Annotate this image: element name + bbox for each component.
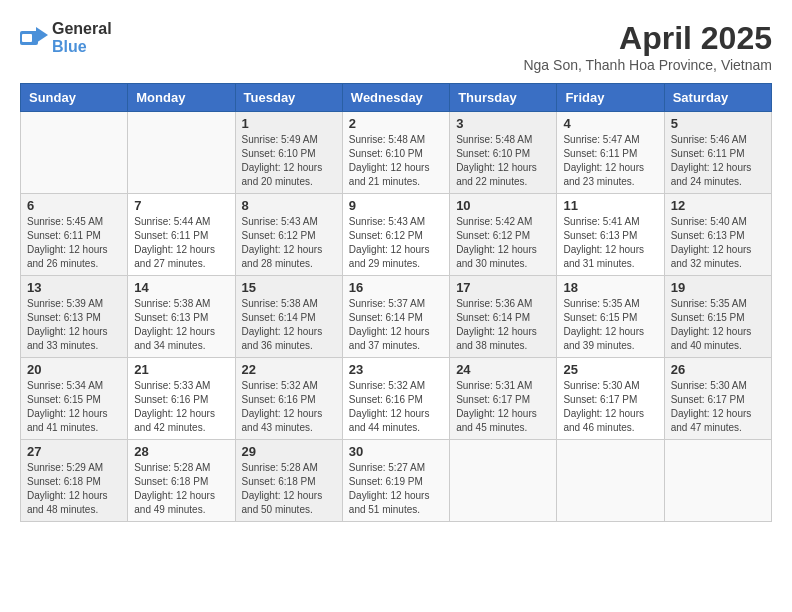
day-number: 3 — [456, 116, 550, 131]
calendar-header-thursday: Thursday — [450, 84, 557, 112]
calendar-cell: 1Sunrise: 5:49 AM Sunset: 6:10 PM Daylig… — [235, 112, 342, 194]
logo-text: General Blue — [52, 20, 112, 56]
day-info: Sunrise: 5:28 AM Sunset: 6:18 PM Dayligh… — [134, 461, 228, 517]
calendar-cell: 4Sunrise: 5:47 AM Sunset: 6:11 PM Daylig… — [557, 112, 664, 194]
calendar-cell: 12Sunrise: 5:40 AM Sunset: 6:13 PM Dayli… — [664, 194, 771, 276]
calendar-cell — [450, 440, 557, 522]
day-number: 11 — [563, 198, 657, 213]
day-number: 9 — [349, 198, 443, 213]
day-number: 28 — [134, 444, 228, 459]
day-info: Sunrise: 5:48 AM Sunset: 6:10 PM Dayligh… — [349, 133, 443, 189]
day-number: 10 — [456, 198, 550, 213]
svg-rect-2 — [22, 34, 32, 42]
day-number: 30 — [349, 444, 443, 459]
day-number: 12 — [671, 198, 765, 213]
day-number: 17 — [456, 280, 550, 295]
day-number: 18 — [563, 280, 657, 295]
calendar-cell: 27Sunrise: 5:29 AM Sunset: 6:18 PM Dayli… — [21, 440, 128, 522]
day-info: Sunrise: 5:38 AM Sunset: 6:13 PM Dayligh… — [134, 297, 228, 353]
day-info: Sunrise: 5:39 AM Sunset: 6:13 PM Dayligh… — [27, 297, 121, 353]
day-info: Sunrise: 5:34 AM Sunset: 6:15 PM Dayligh… — [27, 379, 121, 435]
day-info: Sunrise: 5:32 AM Sunset: 6:16 PM Dayligh… — [349, 379, 443, 435]
calendar-table: SundayMondayTuesdayWednesdayThursdayFrid… — [20, 83, 772, 522]
day-number: 6 — [27, 198, 121, 213]
calendar-cell: 15Sunrise: 5:38 AM Sunset: 6:14 PM Dayli… — [235, 276, 342, 358]
calendar-cell: 26Sunrise: 5:30 AM Sunset: 6:17 PM Dayli… — [664, 358, 771, 440]
day-info: Sunrise: 5:28 AM Sunset: 6:18 PM Dayligh… — [242, 461, 336, 517]
day-number: 20 — [27, 362, 121, 377]
calendar-cell: 18Sunrise: 5:35 AM Sunset: 6:15 PM Dayli… — [557, 276, 664, 358]
day-info: Sunrise: 5:30 AM Sunset: 6:17 PM Dayligh… — [671, 379, 765, 435]
day-info: Sunrise: 5:46 AM Sunset: 6:11 PM Dayligh… — [671, 133, 765, 189]
day-info: Sunrise: 5:41 AM Sunset: 6:13 PM Dayligh… — [563, 215, 657, 271]
day-info: Sunrise: 5:29 AM Sunset: 6:18 PM Dayligh… — [27, 461, 121, 517]
logo: General Blue — [20, 20, 112, 56]
calendar-cell: 20Sunrise: 5:34 AM Sunset: 6:15 PM Dayli… — [21, 358, 128, 440]
day-number: 2 — [349, 116, 443, 131]
day-info: Sunrise: 5:44 AM Sunset: 6:11 PM Dayligh… — [134, 215, 228, 271]
day-number: 13 — [27, 280, 121, 295]
day-number: 24 — [456, 362, 550, 377]
day-info: Sunrise: 5:40 AM Sunset: 6:13 PM Dayligh… — [671, 215, 765, 271]
day-info: Sunrise: 5:31 AM Sunset: 6:17 PM Dayligh… — [456, 379, 550, 435]
day-number: 19 — [671, 280, 765, 295]
calendar-cell: 24Sunrise: 5:31 AM Sunset: 6:17 PM Dayli… — [450, 358, 557, 440]
svg-marker-1 — [36, 27, 48, 43]
day-info: Sunrise: 5:32 AM Sunset: 6:16 PM Dayligh… — [242, 379, 336, 435]
calendar-week-row: 1Sunrise: 5:49 AM Sunset: 6:10 PM Daylig… — [21, 112, 772, 194]
day-number: 25 — [563, 362, 657, 377]
calendar-cell: 29Sunrise: 5:28 AM Sunset: 6:18 PM Dayli… — [235, 440, 342, 522]
day-info: Sunrise: 5:37 AM Sunset: 6:14 PM Dayligh… — [349, 297, 443, 353]
calendar-cell: 11Sunrise: 5:41 AM Sunset: 6:13 PM Dayli… — [557, 194, 664, 276]
day-number: 15 — [242, 280, 336, 295]
day-number: 14 — [134, 280, 228, 295]
day-number: 26 — [671, 362, 765, 377]
calendar-cell: 23Sunrise: 5:32 AM Sunset: 6:16 PM Dayli… — [342, 358, 449, 440]
day-info: Sunrise: 5:36 AM Sunset: 6:14 PM Dayligh… — [456, 297, 550, 353]
calendar-cell — [128, 112, 235, 194]
calendar-cell: 14Sunrise: 5:38 AM Sunset: 6:13 PM Dayli… — [128, 276, 235, 358]
title-area: April 2025 Nga Son, Thanh Hoa Province, … — [523, 20, 772, 73]
calendar-cell: 5Sunrise: 5:46 AM Sunset: 6:11 PM Daylig… — [664, 112, 771, 194]
logo-icon — [20, 27, 48, 49]
day-info: Sunrise: 5:33 AM Sunset: 6:16 PM Dayligh… — [134, 379, 228, 435]
calendar-week-row: 20Sunrise: 5:34 AM Sunset: 6:15 PM Dayli… — [21, 358, 772, 440]
calendar-header-sunday: Sunday — [21, 84, 128, 112]
calendar-cell: 3Sunrise: 5:48 AM Sunset: 6:10 PM Daylig… — [450, 112, 557, 194]
calendar-cell: 19Sunrise: 5:35 AM Sunset: 6:15 PM Dayli… — [664, 276, 771, 358]
day-info: Sunrise: 5:27 AM Sunset: 6:19 PM Dayligh… — [349, 461, 443, 517]
calendar-cell: 22Sunrise: 5:32 AM Sunset: 6:16 PM Dayli… — [235, 358, 342, 440]
day-number: 23 — [349, 362, 443, 377]
calendar-cell: 10Sunrise: 5:42 AM Sunset: 6:12 PM Dayli… — [450, 194, 557, 276]
calendar-body: 1Sunrise: 5:49 AM Sunset: 6:10 PM Daylig… — [21, 112, 772, 522]
calendar-cell: 21Sunrise: 5:33 AM Sunset: 6:16 PM Dayli… — [128, 358, 235, 440]
calendar-cell: 6Sunrise: 5:45 AM Sunset: 6:11 PM Daylig… — [21, 194, 128, 276]
calendar-cell — [557, 440, 664, 522]
day-number: 27 — [27, 444, 121, 459]
day-number: 21 — [134, 362, 228, 377]
header: General Blue April 2025 Nga Son, Thanh H… — [20, 20, 772, 73]
day-number: 22 — [242, 362, 336, 377]
calendar-cell: 9Sunrise: 5:43 AM Sunset: 6:12 PM Daylig… — [342, 194, 449, 276]
calendar-header-friday: Friday — [557, 84, 664, 112]
day-number: 7 — [134, 198, 228, 213]
calendar-cell: 7Sunrise: 5:44 AM Sunset: 6:11 PM Daylig… — [128, 194, 235, 276]
month-title: April 2025 — [523, 20, 772, 57]
calendar-week-row: 6Sunrise: 5:45 AM Sunset: 6:11 PM Daylig… — [21, 194, 772, 276]
day-info: Sunrise: 5:35 AM Sunset: 6:15 PM Dayligh… — [671, 297, 765, 353]
calendar-cell: 17Sunrise: 5:36 AM Sunset: 6:14 PM Dayli… — [450, 276, 557, 358]
calendar-cell: 13Sunrise: 5:39 AM Sunset: 6:13 PM Dayli… — [21, 276, 128, 358]
calendar-week-row: 27Sunrise: 5:29 AM Sunset: 6:18 PM Dayli… — [21, 440, 772, 522]
day-info: Sunrise: 5:48 AM Sunset: 6:10 PM Dayligh… — [456, 133, 550, 189]
day-info: Sunrise: 5:43 AM Sunset: 6:12 PM Dayligh… — [349, 215, 443, 271]
day-number: 1 — [242, 116, 336, 131]
calendar-header-row: SundayMondayTuesdayWednesdayThursdayFrid… — [21, 84, 772, 112]
day-info: Sunrise: 5:42 AM Sunset: 6:12 PM Dayligh… — [456, 215, 550, 271]
day-number: 29 — [242, 444, 336, 459]
day-number: 4 — [563, 116, 657, 131]
day-number: 16 — [349, 280, 443, 295]
day-info: Sunrise: 5:38 AM Sunset: 6:14 PM Dayligh… — [242, 297, 336, 353]
calendar-cell — [664, 440, 771, 522]
day-info: Sunrise: 5:43 AM Sunset: 6:12 PM Dayligh… — [242, 215, 336, 271]
calendar-header-saturday: Saturday — [664, 84, 771, 112]
